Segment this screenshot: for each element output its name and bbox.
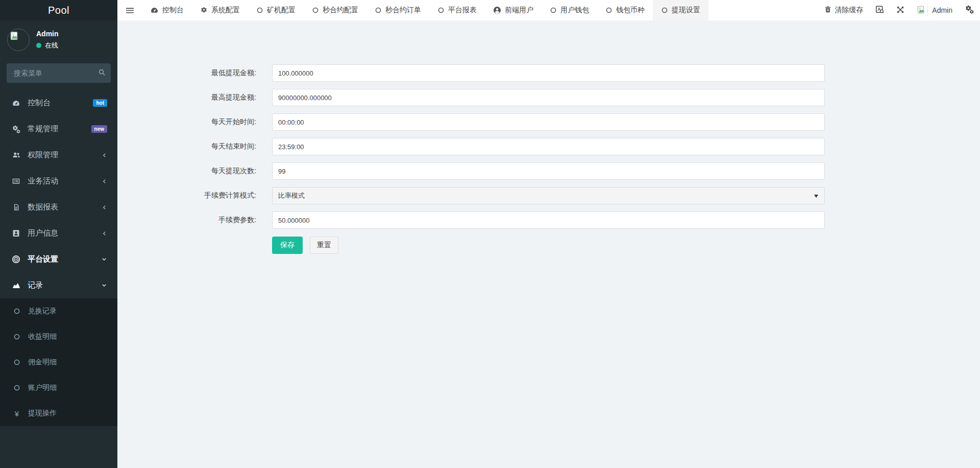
clear-cache-button[interactable]: 清除缓存 (824, 6, 863, 15)
form-row-daily-withdraw-count: 每天提现次数: (117, 162, 980, 180)
circle-icon (12, 384, 21, 391)
topbar-actions: 清除缓存 A Admin (824, 0, 980, 20)
submenu-item-exchange-records[interactable]: 兑换记录 (0, 298, 117, 324)
form-row-daily-start-time: 每天开始时间: (117, 113, 980, 131)
circle-icon (12, 359, 21, 366)
cogs-icon (965, 5, 974, 15)
sidebar-item-platform-settings[interactable]: 平台设置 (0, 246, 117, 272)
main-content: 最低提现金额:最高提现金额:每天开始时间:每天结束时间:每天提现次数:手续费计算… (117, 20, 980, 468)
bullseye-icon (11, 255, 21, 264)
file-icon (11, 203, 21, 211)
reset-button[interactable]: 重置 (310, 237, 338, 254)
daily-withdraw-count-label: 每天提现次数: (117, 167, 256, 176)
clear-cache-label: 清除缓存 (835, 6, 863, 15)
submenu-item-commission-details[interactable]: 佣金明细 (0, 349, 117, 375)
menu-search (7, 63, 111, 83)
gear-icon (200, 7, 208, 14)
sidebar-item-permission-manage[interactable]: 权限管理 (0, 142, 117, 168)
tab-user-wallet[interactable]: 用户钱包 (542, 0, 597, 20)
badge-new: new (91, 125, 107, 133)
list-icon (11, 177, 21, 185)
sidebar-toggle-button[interactable] (117, 0, 142, 20)
user-icon (493, 6, 501, 14)
topbar-avatar-broken-image-icon (917, 4, 928, 16)
tab-system-config[interactable]: 系统配置 (192, 0, 248, 20)
tab-withdraw-settings[interactable]: 提现设置 (653, 0, 708, 20)
tab-frontend-users[interactable]: 前端用户 (485, 0, 542, 20)
fee-param-field[interactable] (272, 212, 825, 229)
sidebar-item-dashboard[interactable]: 控制台hot (0, 90, 117, 116)
sidebar: Pool Admin 在线 控制台hot常规管理new权限管理业务活动数据报表用… (0, 0, 117, 468)
tab-dashboard[interactable]: 控制台 (142, 0, 192, 20)
topbar: 控制台系统配置矿机配置秒合约配置秒合约订单平台报表前端用户用户钱包钱包币种提现设… (117, 0, 980, 20)
chevron-left-icon (102, 230, 107, 237)
tab-seconds-contract-config[interactable]: 秒合约配置 (304, 0, 366, 20)
chart-icon (11, 282, 21, 289)
form-row-daily-end-time: 每天结束时间: (117, 138, 980, 155)
withdraw-settings-form: 最低提现金额:最高提现金额:每天开始时间:每天结束时间:每天提现次数:手续费计算… (117, 20, 980, 254)
users-icon (11, 151, 21, 159)
min-withdraw-amount-field[interactable] (272, 64, 825, 82)
daily-start-time-field[interactable] (272, 113, 825, 131)
avatar (7, 29, 30, 51)
daily-withdraw-count-field[interactable] (272, 162, 825, 180)
circle-icon (661, 7, 668, 14)
form-row-max-withdraw-amount: 最高提现金额: (117, 89, 980, 106)
fee-param-label: 手续费参数: (117, 216, 256, 225)
fee-calc-mode-label: 手续费计算模式: (117, 191, 256, 200)
trash-icon (824, 6, 831, 15)
sidebar-item-user-info[interactable]: 用户信息 (0, 220, 117, 246)
circle-icon (256, 7, 263, 14)
sidebar-submenu: 兑换记录收益明细佣金明细账户明细¥提现操作 (0, 298, 117, 426)
topbar-username: Admin (932, 6, 952, 14)
yen-icon: ¥ (12, 410, 21, 417)
chevron-down-icon (101, 283, 107, 288)
sidebar-item-business-activity[interactable]: 业务活动 (0, 168, 117, 194)
circle-icon (12, 333, 21, 340)
chevron-down-icon (101, 256, 107, 262)
circle-icon (605, 7, 612, 14)
app-logo[interactable]: Pool (0, 0, 117, 20)
sidebar-item-general-manage[interactable]: 常规管理new (0, 116, 117, 142)
sidebar-item-data-reports[interactable]: 数据报表 (0, 194, 117, 220)
sidebar-menu: 控制台hot常规管理new权限管理业务活动数据报表用户信息平台设置记录 (0, 90, 117, 298)
translate-button[interactable]: A (875, 5, 884, 15)
translate-icon: A (875, 5, 884, 15)
tab-seconds-contract-orders[interactable]: 秒合约订单 (366, 0, 429, 20)
tab-platform-reports[interactable]: 平台报表 (429, 0, 485, 20)
form-buttons: 保存重置 (272, 237, 980, 254)
chevron-left-icon (102, 204, 107, 210)
max-withdraw-amount-field[interactable] (272, 89, 825, 106)
circle-icon (550, 7, 557, 14)
broken-image-icon (10, 31, 19, 42)
gauge-icon (11, 99, 21, 107)
circle-icon (12, 308, 21, 315)
daily-end-time-label: 每天结束时间: (117, 142, 256, 151)
submenu-item-profit-details[interactable]: 收益明细 (0, 324, 117, 349)
fee-calc-mode-select[interactable]: 比率模式 (272, 187, 825, 204)
circle-icon (312, 7, 319, 14)
save-button[interactable]: 保存 (272, 237, 303, 254)
user-panel: Admin 在线 (0, 20, 117, 57)
user-status: 在线 (36, 41, 59, 50)
cogs-icon (11, 125, 21, 133)
tab-wallet-currency[interactable]: 钱包币种 (597, 0, 653, 20)
circle-icon (375, 7, 382, 14)
form-row-fee-calc-mode: 手续费计算模式:比率模式 (117, 187, 980, 204)
search-icon[interactable] (98, 68, 106, 78)
settings-button[interactable] (965, 5, 974, 15)
idcard-icon (11, 229, 21, 237)
tab-miner-config[interactable]: 矿机配置 (248, 0, 304, 20)
user-menu[interactable]: Admin (917, 4, 952, 16)
submenu-item-withdraw-actions[interactable]: ¥提现操作 (0, 401, 117, 426)
daily-start-time-label: 每天开始时间: (117, 118, 256, 127)
search-input[interactable] (7, 63, 111, 83)
max-withdraw-amount-label: 最高提现金额: (117, 93, 256, 102)
user-name: Admin (36, 30, 59, 38)
sidebar-item-records[interactable]: 记录 (0, 272, 117, 298)
daily-end-time-field[interactable] (272, 138, 825, 155)
submenu-item-account-details[interactable]: 账户明细 (0, 375, 117, 401)
user-info: Admin 在线 (36, 30, 59, 50)
fullscreen-button[interactable] (896, 6, 904, 15)
expand-arrows-icon (896, 6, 904, 15)
